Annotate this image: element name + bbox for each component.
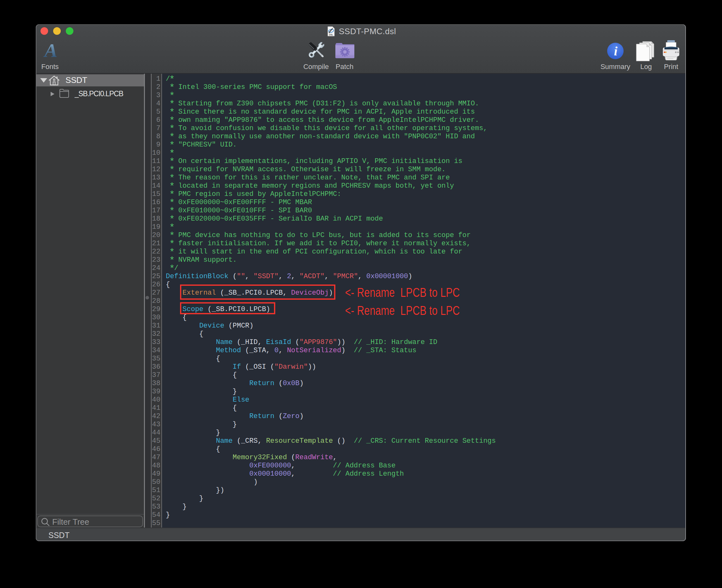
- svg-text:DSL: DSL: [329, 34, 333, 36]
- svg-text:i: i: [614, 44, 617, 58]
